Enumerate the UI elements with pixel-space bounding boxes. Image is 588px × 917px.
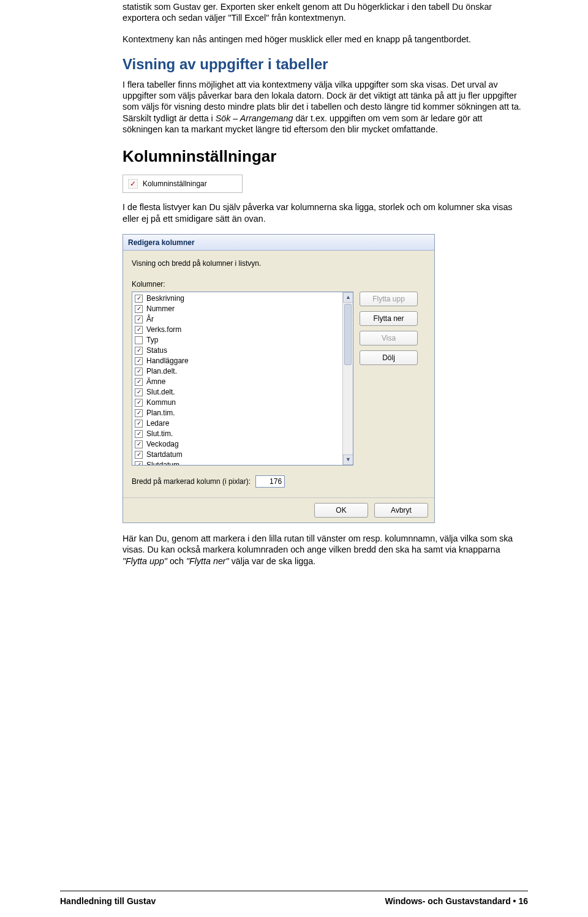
checkbox-icon[interactable]: ✓ — [135, 305, 143, 313]
list-item-label: Slutdatum — [146, 461, 179, 466]
checkbox-icon[interactable]: ✓ — [135, 357, 143, 365]
checkbox-icon[interactable]: ✓ — [135, 430, 143, 438]
visning-paragraph: I flera tabeller finns möjlighet att via… — [123, 79, 524, 135]
list-item[interactable]: ✓Slutdatum — [132, 460, 353, 466]
kolumner-label: Kolumner: — [132, 280, 426, 289]
redigera-kolumner-dialog: Redigera kolumner Visning och bredd på k… — [123, 234, 435, 523]
kolumn-paragraph: I de flesta listvyer kan Du själv påverk… — [123, 202, 524, 224]
list-item[interactable]: ✓Slut.delt. — [132, 387, 353, 398]
list-item-label: Plan.delt. — [146, 367, 177, 375]
dolj-button[interactable]: Dölj — [360, 350, 418, 365]
list-item-label: Ämne — [146, 377, 165, 386]
dialog-description: Visning och bredd på kolumner i listvyn. — [132, 259, 426, 268]
scroll-up-icon[interactable]: ▲ — [343, 292, 353, 303]
footer-page-number: 16 — [511, 896, 528, 906]
heading-kolumninstallningar: Kolumninställningar — [123, 147, 524, 166]
footer-left: Handledning till Gustav — [60, 896, 156, 906]
list-item[interactable]: ✓Plan.delt. — [132, 366, 353, 377]
list-item[interactable]: ✓Ämne — [132, 377, 353, 387]
p2-italic-1: Sök – Arrangemang — [216, 113, 296, 123]
checkbox-icon[interactable]: ✓ — [135, 388, 143, 396]
heading-visning: Visning av uppgifter i tabeller — [123, 56, 524, 73]
checkbox-icon[interactable]: ✓ — [135, 295, 143, 303]
avbryt-button[interactable]: Avbryt — [374, 503, 428, 518]
p4-text-a: Här kan Du, genom att markera i den lill… — [123, 534, 513, 554]
checkbox-icon[interactable]: ✓ — [135, 326, 143, 334]
width-label: Bredd på markerad kolumn (i pixlar): — [132, 477, 251, 486]
footer-right: Windows- och Gustavstandard16 — [385, 896, 529, 906]
list-item[interactable]: ✓Beskrivning — [132, 293, 353, 304]
p4-italic-2: "Flytta ner" — [186, 556, 229, 566]
list-item-label: Typ — [146, 336, 158, 344]
check-icon: ✓ — [128, 179, 138, 189]
scroll-down-icon[interactable]: ▼ — [343, 455, 353, 465]
list-item-label: Kommun — [146, 398, 176, 407]
checkbox-icon[interactable]: ✓ — [135, 347, 143, 355]
scroll-thumb[interactable] — [344, 304, 352, 365]
list-item-label: Status — [146, 346, 167, 355]
checkbox-icon[interactable]: ✓ — [135, 378, 143, 386]
list-item-label: Plan.tim. — [146, 409, 175, 417]
checkbox-icon[interactable]: ✓ — [135, 315, 143, 323]
list-item[interactable]: ✓Handläggare — [132, 356, 353, 366]
flytta-ner-button[interactable]: Flytta ner — [360, 311, 418, 326]
p4-text-b: och — [167, 556, 186, 566]
checkbox-icon[interactable]: ✓ — [135, 368, 143, 375]
list-item[interactable]: ✓Startdatum — [132, 450, 353, 460]
list-item[interactable]: ✓Slut.tim. — [132, 429, 353, 439]
checkbox-icon[interactable] — [135, 336, 143, 344]
list-item[interactable]: ✓Verks.form — [132, 325, 353, 335]
checkbox-icon[interactable]: ✓ — [135, 451, 143, 459]
list-item-label: Veckodag — [146, 440, 179, 448]
list-item[interactable]: ✓År — [132, 314, 353, 325]
dialog-title: Redigera kolumner — [123, 235, 434, 251]
list-item[interactable]: ✓Ledare — [132, 418, 353, 429]
list-item-label: Slut.tim. — [146, 429, 173, 438]
p4-italic-1: "Flytta upp" — [123, 556, 167, 566]
footer-right-title: Windows- och Gustavstandard — [385, 896, 511, 906]
checkbox-icon[interactable]: ✓ — [135, 440, 143, 448]
list-item[interactable]: ✓Status — [132, 345, 353, 356]
list-item-label: Nummer — [146, 304, 175, 313]
kolumner-listbox[interactable]: ✓Beskrivning✓Nummer✓År✓Verks.formTyp✓Sta… — [132, 292, 353, 466]
list-item[interactable]: Typ — [132, 335, 353, 345]
checkbox-icon[interactable]: ✓ — [135, 399, 143, 407]
list-item-label: Slut.delt. — [146, 388, 175, 396]
checkbox-icon[interactable]: ✓ — [135, 420, 143, 428]
footer-rule — [60, 891, 528, 891]
visa-button[interactable]: Visa — [360, 331, 418, 345]
flytta-upp-button[interactable]: Flytta upp — [360, 292, 418, 306]
list-item[interactable]: ✓Nummer — [132, 304, 353, 314]
list-item[interactable]: ✓Kommun — [132, 398, 353, 408]
list-item-label: Startdatum — [146, 450, 183, 459]
list-item[interactable]: ✓Plan.tim. — [132, 408, 353, 418]
intro-paragraph-1: statistik som Gustav ger. Exporten sker … — [123, 1, 524, 24]
kolumninstallningar-button-screenshot: ✓ Kolumninställningar — [123, 175, 243, 193]
after-dialog-paragraph: Här kan Du, genom att markera i den lill… — [123, 533, 524, 567]
list-item-label: Ledare — [146, 419, 169, 428]
list-item[interactable]: ✓Veckodag — [132, 439, 353, 450]
checkbox-icon[interactable]: ✓ — [135, 461, 143, 466]
page-footer: Handledning till Gustav Windows- och Gus… — [60, 896, 528, 906]
p4-text-c: välja var de ska ligga. — [229, 556, 315, 566]
mini-bar-label: Kolumninställningar — [143, 179, 207, 188]
checkbox-icon[interactable]: ✓ — [135, 409, 143, 417]
width-input[interactable] — [255, 475, 285, 488]
list-item-label: År — [146, 315, 154, 323]
scrollbar[interactable]: ▲▼ — [342, 292, 353, 465]
list-item-label: Handläggare — [146, 357, 189, 365]
list-item-label: Beskrivning — [146, 294, 184, 303]
list-item-label: Verks.form — [146, 325, 181, 334]
intro-paragraph-2: Kontextmeny kan nås antingen med höger m… — [123, 34, 524, 45]
ok-button[interactable]: OK — [314, 503, 368, 518]
